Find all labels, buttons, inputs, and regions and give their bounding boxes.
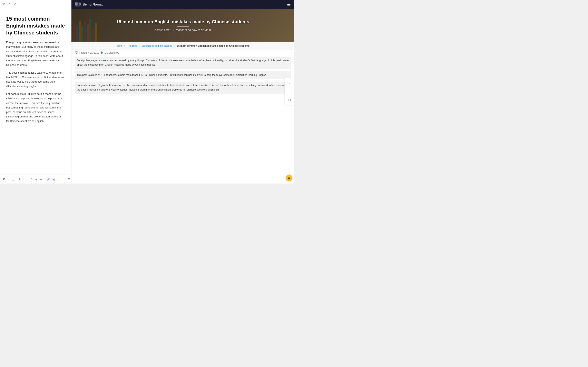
editor-panel: ↻ ⤤ ⤢ ··· 15 most common English mistake… — [0, 0, 71, 184]
highlight-button[interactable]: A — [52, 177, 56, 181]
code-icon: {} — [289, 91, 291, 93]
breadcrumb-home[interactable]: Home — [116, 44, 122, 47]
code-tool[interactable]: {} — [286, 88, 293, 95]
hero-content: 15 most common English mistakes made by … — [112, 19, 253, 32]
check-tool[interactable]: ✓ — [286, 80, 293, 87]
post-para-2: This post is aimed at ESL teachers, to h… — [75, 71, 291, 79]
share-icon[interactable]: ⤤ — [8, 2, 11, 5]
breadcrumb-sep-2: » — [139, 44, 140, 47]
list-ul-button[interactable]: ≡ — [35, 177, 38, 181]
hero-subtitle: And tips for ESL teachers on how to fix … — [116, 28, 249, 32]
check-icon: ✓ — [288, 82, 291, 86]
breadcrumb-bar: Home » The Blog » Languages and Interact… — [72, 42, 293, 50]
underline-button[interactable]: U — [12, 177, 15, 181]
heading2-button[interactable]: H — [24, 178, 27, 181]
breadcrumb-category[interactable]: Languages and Interactions — [142, 44, 172, 47]
stack-tool[interactable]: ⊟ — [286, 96, 293, 104]
hero-title: 15 most common English mistakes made by … — [116, 19, 249, 25]
right-tools-panel: ✓ {} ⊟ — [285, 78, 294, 105]
svg-rect-4 — [80, 3, 81, 5]
text-format2-button[interactable]: T — [62, 177, 66, 181]
editor-body[interactable]: Foreign language mistakes can be caused … — [6, 40, 65, 123]
calendar-icon: 📅 — [75, 51, 78, 54]
post-meta: 📅 February 17, 2019 👤 Ola Jagielska — [71, 50, 294, 56]
bold-button[interactable]: B — [2, 177, 6, 181]
quote-button[interactable]: " — [30, 177, 33, 181]
image-button[interactable]: ⊞ — [67, 177, 71, 181]
stack-icon: ⊟ — [288, 98, 291, 102]
svg-rect-1 — [76, 5, 77, 6]
post-para-1: Foreign language mistakes can be caused … — [75, 57, 291, 69]
breadcrumb-sep-3: » — [174, 44, 175, 47]
svg-point-2 — [78, 3, 80, 5]
author-icon: 👤 — [100, 51, 103, 54]
post-para-3: For each mistake, I'll give both a reaso… — [75, 82, 291, 94]
italic-button[interactable]: I — [8, 177, 10, 181]
breadcrumb-blog[interactable]: The Blog — [127, 44, 137, 47]
svg-rect-0 — [75, 2, 78, 5]
hero-divider — [177, 26, 189, 27]
browser-view[interactable]: Being Nomad ☰ — [71, 0, 294, 184]
post-author: Ola Jagielska — [104, 51, 119, 54]
post-date: February 17, 2019 — [79, 51, 99, 54]
browser-panel: Being Nomad ☰ — [71, 0, 294, 184]
blog-logo: Being Nomad — [75, 2, 104, 7]
editor-para-2: This post is aimed at ESL teachers, to h… — [6, 71, 65, 89]
refresh-icon[interactable]: ↻ — [2, 2, 5, 5]
hamburger-icon[interactable]: ☰ — [287, 2, 291, 7]
more-icon[interactable]: ··· — [20, 2, 22, 5]
editor-content-area[interactable]: 15 most common English mistakes made by … — [0, 7, 71, 175]
list-ol-button[interactable]: ≡ — [39, 177, 43, 181]
editor-title: 15 most common English mistakes made by … — [6, 16, 65, 36]
blog-logo-text: Being Nomad — [82, 3, 104, 6]
editor-toolbar-top: ↻ ⤤ ⤢ ··· — [0, 0, 71, 7]
breadcrumb-sep-1: » — [124, 44, 126, 47]
heading1-button[interactable]: H — [18, 177, 22, 181]
post-content: Foreign language mistakes can be caused … — [71, 56, 294, 100]
editor-para-3: For each mistake, I'll give both a reaso… — [6, 92, 65, 123]
logo-icon — [75, 2, 81, 7]
text-format1-button[interactable]: T — [57, 177, 61, 181]
editor-para-1: Foreign language mistakes can be caused … — [6, 40, 65, 67]
editor-toolbar-bottom: B I U H H " ≡ ≡ 🔗 A T T ⊞ ⏱ 129 单词 ▾ — [0, 175, 71, 184]
blog-navigation: Being Nomad ☰ — [71, 0, 294, 9]
expand-icon[interactable]: ⤢ — [14, 2, 16, 5]
emoji-badge[interactable]: 😊 — [286, 175, 292, 181]
link-button[interactable]: 🔗 — [46, 177, 51, 181]
hero-section: 15 most common English mistakes made by … — [71, 9, 294, 42]
breadcrumb-current: 15 most common English mistakes made by … — [177, 44, 250, 47]
